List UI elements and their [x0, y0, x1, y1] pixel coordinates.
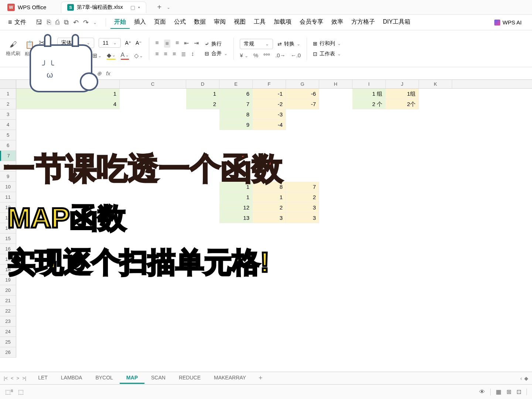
cell[interactable]: 1组: [386, 89, 419, 99]
cell[interactable]: 2 个: [352, 99, 386, 109]
add-sheet-button[interactable]: +: [254, 374, 267, 382]
column-header[interactable]: C: [120, 80, 186, 88]
cell[interactable]: 13: [219, 213, 253, 223]
row-header[interactable]: 21: [0, 296, 16, 306]
sheet-tab[interactable]: MAKEARRAY: [207, 372, 253, 384]
align-bottom-icon[interactable]: ≡: [175, 40, 179, 48]
decrease-indent-icon[interactable]: ⇤: [184, 40, 189, 48]
cell[interactable]: 3: [253, 213, 286, 223]
menu-tab[interactable]: 会员专享: [296, 16, 327, 29]
align-center-icon[interactable]: ≡: [164, 51, 167, 58]
merge-cells-button[interactable]: ⊟ 合并 ⌄: [205, 50, 228, 57]
align-top-icon[interactable]: ≡: [155, 40, 158, 48]
column-header[interactable]: E: [219, 80, 253, 88]
clear-format-button[interactable]: ◇ ⌄: [134, 52, 143, 60]
worksheet-button[interactable]: ⊡ 工作表 ⌄: [313, 51, 341, 57]
view-break-icon[interactable]: ⊡: [516, 388, 521, 395]
wps-ai-button[interactable]: WPS AI: [488, 19, 528, 25]
cell[interactable]: -7: [286, 99, 319, 109]
cell[interactable]: 7: [219, 99, 253, 109]
cell[interactable]: -1: [253, 89, 286, 99]
column-header[interactable]: I: [352, 80, 386, 88]
new-tab-button[interactable]: +: [154, 3, 166, 11]
eye-icon[interactable]: 👁: [479, 389, 485, 395]
cell[interactable]: 1 组: [352, 89, 386, 99]
row-header[interactable]: 24: [0, 327, 16, 337]
menu-tab[interactable]: 开始: [110, 16, 130, 29]
sheet-tab[interactable]: SCAN: [144, 372, 172, 384]
orientation-icon[interactable]: ↕: [191, 51, 194, 58]
increase-font-icon[interactable]: A⁺: [125, 40, 131, 46]
column-header[interactable]: K: [419, 80, 452, 88]
menu-tab[interactable]: 审阅: [210, 16, 229, 29]
convert-button[interactable]: ⇄ 转换 ⌄: [277, 41, 300, 47]
cell[interactable]: 7: [286, 182, 319, 192]
cell[interactable]: -4: [253, 120, 286, 130]
row-header[interactable]: 23: [0, 316, 16, 327]
menu-tab[interactable]: 加载项: [270, 16, 295, 29]
sheet-nav-first-icon[interactable]: |<: [4, 375, 8, 381]
row-header[interactable]: 22: [0, 306, 16, 316]
tab-dropdown-icon[interactable]: ⌄: [167, 5, 170, 10]
row-header[interactable]: 4: [0, 120, 16, 130]
column-header[interactable]: F: [253, 80, 286, 88]
tab-dot-icon[interactable]: •: [138, 4, 140, 10]
redo-icon[interactable]: ↷: [83, 18, 89, 27]
decrease-font-icon[interactable]: A⁻: [136, 40, 141, 46]
cell[interactable]: 2个: [386, 99, 419, 109]
menu-tab[interactable]: 页面: [150, 16, 170, 29]
cell[interactable]: -6: [286, 89, 319, 99]
cell[interactable]: 9: [219, 120, 253, 130]
column-header[interactable]: H: [319, 80, 352, 88]
cell[interactable]: 12: [219, 202, 253, 213]
preview-icon[interactable]: ⧉: [64, 18, 69, 26]
align-right-icon[interactable]: ≡: [173, 51, 176, 58]
menu-tab[interactable]: 公式: [170, 16, 190, 29]
sheet-tab[interactable]: MAP: [120, 372, 144, 384]
cell[interactable]: 3: [286, 213, 319, 223]
column-header[interactable]: J: [386, 80, 419, 88]
row-header[interactable]: 25: [0, 337, 16, 347]
row-header[interactable]: 26: [0, 347, 16, 358]
align-left-icon[interactable]: ≡: [155, 51, 158, 58]
menu-tab[interactable]: 插入: [130, 16, 150, 29]
cell[interactable]: 2: [286, 192, 319, 202]
decrease-decimal-icon[interactable]: ←.0: [291, 52, 301, 59]
row-header[interactable]: 20: [0, 285, 16, 296]
cell[interactable]: 2: [186, 99, 219, 109]
sheet-tab[interactable]: LET: [31, 372, 54, 384]
row-header[interactable]: 5: [0, 130, 16, 140]
undo-icon[interactable]: ↶: [73, 18, 79, 27]
sheet-tab[interactable]: LAMBDA: [54, 372, 89, 384]
sheet-tab[interactable]: BYCOL: [89, 372, 119, 384]
status-panel-icon[interactable]: ⬚: [18, 388, 24, 395]
cell[interactable]: 3: [286, 202, 319, 213]
menu-tab[interactable]: 视图: [230, 16, 249, 29]
cell[interactable]: 1: [253, 192, 286, 202]
print-icon[interactable]: ⎙: [55, 18, 59, 26]
column-header[interactable]: D: [186, 80, 219, 88]
cell[interactable]: 1: [219, 192, 253, 202]
qat-dropdown-icon[interactable]: ⌄: [93, 20, 97, 25]
cell[interactable]: 6: [219, 89, 253, 99]
share-icon[interactable]: ⎘: [47, 18, 51, 26]
view-page-icon[interactable]: ⊞: [507, 388, 511, 395]
rows-cols-button[interactable]: ⊞ 行和列 ⌄: [313, 40, 341, 47]
sheet-nav-prev-icon[interactable]: <: [11, 375, 14, 381]
select-all-corner[interactable]: [0, 80, 16, 88]
increase-indent-icon[interactable]: ⇥: [194, 40, 199, 48]
column-header[interactable]: G: [286, 80, 319, 88]
number-format-select[interactable]: 常规 ⌄: [240, 39, 273, 49]
row-header[interactable]: 2: [0, 99, 16, 109]
fill-color-button[interactable]: ◆ ⌄: [107, 52, 116, 60]
thousands-icon[interactable]: ᵒᵒᵒ: [263, 52, 270, 59]
align-middle-icon[interactable]: ≡: [164, 40, 170, 48]
cell[interactable]: 8: [219, 109, 253, 120]
menu-tab[interactable]: 工具: [250, 16, 269, 29]
row-header[interactable]: 3: [0, 109, 16, 120]
sheet-nav-last-icon[interactable]: >|: [22, 375, 26, 381]
fx-icon[interactable]: fx: [106, 70, 110, 77]
sheet-tab[interactable]: REDUCE: [172, 372, 207, 384]
row-header[interactable]: 1: [0, 89, 16, 99]
menu-tab[interactable]: 方方格子: [348, 16, 379, 29]
